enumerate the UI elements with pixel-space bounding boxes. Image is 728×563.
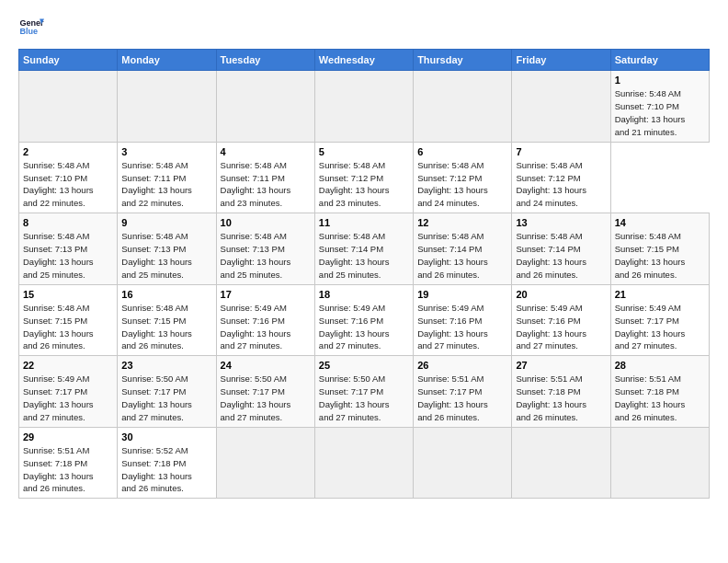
day-number: 7 (516, 145, 606, 158)
logo: General Blue (18, 14, 48, 40)
day-cell: 17Sunrise: 5:49 AMSunset: 7:16 PMDayligh… (216, 284, 314, 356)
day-info: Sunrise: 5:49 AMSunset: 7:16 PMDaylight:… (417, 303, 488, 350)
day-cell: 27Sunrise: 5:51 AMSunset: 7:18 PMDayligh… (512, 356, 610, 428)
day-cell: 7Sunrise: 5:48 AMSunset: 7:12 PMDaylight… (512, 142, 610, 213)
empty-cell (314, 71, 413, 143)
day-cell: 26Sunrise: 5:51 AMSunset: 7:17 PMDayligh… (414, 356, 512, 428)
day-info: Sunrise: 5:48 AMSunset: 7:15 PMDaylight:… (121, 303, 192, 350)
day-number: 29 (23, 431, 113, 443)
day-info: Sunrise: 5:48 AMSunset: 7:12 PMDaylight:… (319, 160, 390, 208)
day-cell: 20Sunrise: 5:49 AMSunset: 7:16 PMDayligh… (512, 284, 610, 356)
day-cell: 2Sunrise: 5:48 AMSunset: 7:10 PMDaylight… (19, 142, 118, 213)
day-cell: 18Sunrise: 5:49 AMSunset: 7:16 PMDayligh… (314, 284, 413, 356)
day-number: 3 (121, 145, 211, 158)
day-number: 9 (121, 216, 211, 229)
day-info: Sunrise: 5:48 AMSunset: 7:11 PMDaylight:… (121, 160, 192, 208)
day-info: Sunrise: 5:48 AMSunset: 7:15 PMDaylight:… (615, 231, 686, 279)
day-cell: 16Sunrise: 5:48 AMSunset: 7:15 PMDayligh… (118, 284, 216, 356)
day-info: Sunrise: 5:48 AMSunset: 7:13 PMDaylight:… (221, 231, 291, 279)
empty-cell (512, 71, 610, 143)
empty-cell (314, 427, 413, 499)
day-cell: 12Sunrise: 5:48 AMSunset: 7:14 PMDayligh… (414, 213, 512, 285)
day-number: 10 (221, 216, 311, 229)
header-thursday: Thursday (414, 50, 512, 71)
day-number: 16 (121, 288, 211, 301)
empty-cell (610, 427, 709, 499)
day-info: Sunrise: 5:52 AMSunset: 7:18 PMDaylight:… (121, 445, 192, 493)
day-number: 27 (516, 359, 606, 372)
day-info: Sunrise: 5:50 AMSunset: 7:17 PMDaylight:… (221, 373, 291, 421)
day-number: 19 (417, 288, 507, 301)
header-sunday: Sunday (19, 50, 118, 71)
day-cell: 3Sunrise: 5:48 AMSunset: 7:11 PMDaylight… (118, 142, 216, 213)
day-cell: 6Sunrise: 5:48 AMSunset: 7:12 PMDaylight… (414, 142, 512, 213)
day-cell: 14Sunrise: 5:48 AMSunset: 7:15 PMDayligh… (610, 213, 709, 285)
day-info: Sunrise: 5:50 AMSunset: 7:17 PMDaylight:… (121, 373, 192, 421)
day-cell: 23Sunrise: 5:50 AMSunset: 7:17 PMDayligh… (118, 356, 216, 428)
day-number: 2 (23, 145, 113, 158)
day-info: Sunrise: 5:48 AMSunset: 7:14 PMDaylight:… (417, 231, 488, 279)
day-cell: 19Sunrise: 5:49 AMSunset: 7:16 PMDayligh… (414, 284, 512, 356)
empty-cell (414, 71, 512, 143)
empty-cell (216, 427, 314, 499)
empty-cell (512, 427, 610, 499)
day-info: Sunrise: 5:49 AMSunset: 7:17 PMDaylight:… (615, 303, 686, 350)
calendar-row: 8Sunrise: 5:48 AMSunset: 7:13 PMDaylight… (19, 213, 710, 285)
day-cell: 29Sunrise: 5:51 AMSunset: 7:18 PMDayligh… (19, 427, 118, 499)
day-info: Sunrise: 5:48 AMSunset: 7:11 PMDaylight:… (221, 160, 291, 208)
header-wednesday: Wednesday (314, 50, 413, 71)
empty-cell (19, 71, 118, 143)
calendar-table: SundayMondayTuesdayWednesdayThursdayFrid… (18, 49, 710, 499)
day-cell: 21Sunrise: 5:49 AMSunset: 7:17 PMDayligh… (610, 284, 709, 356)
empty-cell (414, 427, 512, 499)
day-cell: 9Sunrise: 5:48 AMSunset: 7:13 PMDaylight… (118, 213, 216, 285)
day-info: Sunrise: 5:49 AMSunset: 7:17 PMDaylight:… (23, 373, 94, 421)
day-number: 14 (615, 216, 705, 229)
calendar-row: 22Sunrise: 5:49 AMSunset: 7:17 PMDayligh… (19, 356, 710, 428)
day-number: 30 (121, 431, 211, 443)
day-number: 24 (221, 359, 311, 372)
header-saturday: Saturday (610, 50, 709, 71)
day-info: Sunrise: 5:49 AMSunset: 7:16 PMDaylight:… (319, 303, 390, 350)
day-number: 21 (615, 288, 705, 301)
calendar-row: 15Sunrise: 5:48 AMSunset: 7:15 PMDayligh… (19, 284, 710, 356)
day-info: Sunrise: 5:50 AMSunset: 7:17 PMDaylight:… (319, 373, 390, 421)
day-info: Sunrise: 5:48 AMSunset: 7:14 PMDaylight:… (319, 231, 390, 279)
day-cell: 10Sunrise: 5:48 AMSunset: 7:13 PMDayligh… (216, 213, 314, 285)
day-number: 20 (516, 288, 606, 301)
header-monday: Monday (118, 50, 216, 71)
day-cell: 8Sunrise: 5:48 AMSunset: 7:13 PMDaylight… (19, 213, 118, 285)
day-number: 18 (319, 288, 409, 301)
day-number: 1 (615, 74, 705, 86)
day-info: Sunrise: 5:49 AMSunset: 7:16 PMDaylight:… (516, 303, 586, 350)
day-number: 11 (319, 216, 409, 229)
day-cell: 13Sunrise: 5:48 AMSunset: 7:14 PMDayligh… (512, 213, 610, 285)
day-number: 12 (417, 216, 507, 229)
day-cell: 30Sunrise: 5:52 AMSunset: 7:18 PMDayligh… (118, 427, 216, 499)
day-info: Sunrise: 5:48 AMSunset: 7:15 PMDaylight:… (23, 303, 94, 350)
day-number: 26 (417, 359, 507, 372)
header-row: SundayMondayTuesdayWednesdayThursdayFrid… (19, 50, 710, 71)
day-cell: 25Sunrise: 5:50 AMSunset: 7:17 PMDayligh… (314, 356, 413, 428)
day-number: 22 (23, 359, 113, 372)
header: General Blue (18, 14, 710, 40)
header-tuesday: Tuesday (216, 50, 314, 71)
day-cell: 4Sunrise: 5:48 AMSunset: 7:11 PMDaylight… (216, 142, 314, 213)
day-info: Sunrise: 5:49 AMSunset: 7:16 PMDaylight:… (221, 303, 291, 350)
day-cell: 15Sunrise: 5:48 AMSunset: 7:15 PMDayligh… (19, 284, 118, 356)
day-info: Sunrise: 5:48 AMSunset: 7:12 PMDaylight:… (516, 160, 586, 208)
day-info: Sunrise: 5:48 AMSunset: 7:14 PMDaylight:… (516, 231, 586, 279)
day-number: 4 (221, 145, 311, 158)
empty-cell (216, 71, 314, 143)
day-cell: 24Sunrise: 5:50 AMSunset: 7:17 PMDayligh… (216, 356, 314, 428)
day-info: Sunrise: 5:51 AMSunset: 7:18 PMDaylight:… (516, 373, 586, 421)
day-info: Sunrise: 5:48 AMSunset: 7:12 PMDaylight:… (417, 160, 488, 208)
day-info: Sunrise: 5:48 AMSunset: 7:10 PMDaylight:… (615, 88, 686, 136)
day-info: Sunrise: 5:48 AMSunset: 7:10 PMDaylight:… (23, 160, 94, 208)
day-cell: 22Sunrise: 5:49 AMSunset: 7:17 PMDayligh… (19, 356, 118, 428)
day-number: 5 (319, 145, 409, 158)
svg-text:Blue: Blue (19, 27, 38, 36)
day-cell: 11Sunrise: 5:48 AMSunset: 7:14 PMDayligh… (314, 213, 413, 285)
day-number: 28 (615, 359, 705, 372)
day-info: Sunrise: 5:51 AMSunset: 7:18 PMDaylight:… (23, 445, 94, 493)
